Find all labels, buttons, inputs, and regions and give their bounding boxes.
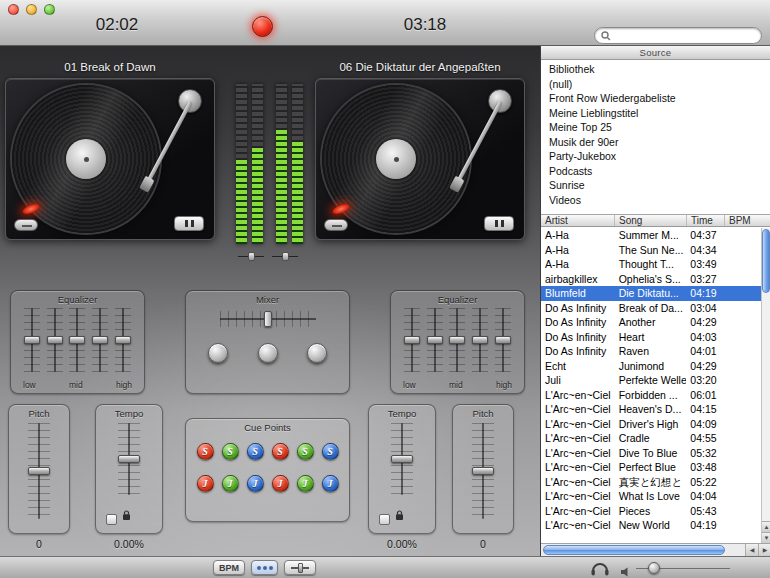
right-gain-mini-slider[interactable] — [272, 252, 298, 261]
source-item[interactable]: Front Row Wiedergabeliste — [541, 91, 770, 106]
cue-set-button[interactable]: S — [222, 443, 239, 460]
cue-jump-button[interactable]: J — [197, 475, 214, 492]
scroll-left-icon[interactable]: ◀ — [745, 544, 758, 556]
eq-slider[interactable] — [69, 308, 85, 372]
table-cell — [724, 243, 761, 258]
cue-jump-button[interactable]: J — [247, 475, 264, 492]
pause-button[interactable] — [174, 216, 204, 231]
table-row[interactable]: L'Arc~en~CielCradle04:55 — [541, 431, 761, 446]
search-field[interactable] — [594, 27, 762, 44]
lock-icon[interactable] — [122, 507, 131, 525]
table-row[interactable]: L'Arc~en~CielNew World04:19 — [541, 518, 761, 533]
table-row[interactable]: BlumfeldDie Diktatu...04:19 — [541, 286, 761, 301]
cue-set-button[interactable]: S — [297, 443, 314, 460]
scroll-right-icon[interactable]: ▶ — [758, 544, 770, 556]
bpm-button[interactable]: BPM — [213, 560, 245, 575]
eq-slider[interactable] — [449, 308, 465, 372]
eq-slider[interactable] — [92, 308, 108, 372]
cue-jump-button[interactable]: J — [322, 475, 339, 492]
source-item[interactable]: Party-Jukebox — [541, 149, 770, 164]
cue-jump-button[interactable]: J — [272, 475, 289, 492]
right-pitch-value: 0 — [452, 538, 514, 550]
table-row[interactable]: L'Arc~en~CielHeaven's D...04:15 — [541, 402, 761, 417]
eq-slider[interactable] — [472, 308, 488, 372]
eq-slider[interactable] — [495, 308, 511, 372]
mixer-knob[interactable] — [307, 343, 327, 363]
source-item[interactable]: (null) — [541, 77, 770, 92]
table-row[interactable]: Do As InfinityHeart04:03 — [541, 330, 761, 345]
table-row[interactable]: L'Arc~en~CielDive To Blue05:32 — [541, 446, 761, 461]
right-pitch-slider[interactable] — [472, 423, 494, 519]
table-row[interactable]: L'Arc~en~CielPieces05:43 — [541, 504, 761, 519]
column-header-song[interactable]: Song — [615, 215, 687, 226]
brake-button[interactable] — [324, 219, 348, 231]
eq-slider[interactable] — [115, 308, 131, 372]
record-button[interactable] — [252, 16, 273, 37]
column-header-bpm[interactable]: BPM — [725, 215, 762, 226]
table-row[interactable]: L'Arc~en~Ciel真実と幻想と05:22 — [541, 475, 761, 490]
eq-slider[interactable] — [24, 308, 40, 372]
left-pitch-slider[interactable] — [28, 423, 50, 519]
mixer-knob[interactable] — [208, 343, 228, 363]
table-cell: Heaven's D... — [615, 402, 687, 417]
headphones-icon[interactable] — [590, 561, 610, 576]
source-item[interactable]: Sunrise — [541, 178, 770, 193]
cue-jump-button[interactable]: J — [297, 475, 314, 492]
mixer-knob[interactable] — [258, 343, 278, 363]
cue-set-button[interactable]: S — [272, 443, 289, 460]
table-row[interactable]: JuliPerfekte Welle03:20 — [541, 373, 761, 388]
search-input[interactable] — [615, 29, 755, 42]
table-row[interactable]: airbagkillexOphelia's S...03:27 — [541, 272, 761, 287]
source-item[interactable]: Podcasts — [541, 164, 770, 179]
right-tempo-slider[interactable] — [391, 423, 413, 495]
eq-slider[interactable] — [47, 308, 63, 372]
column-header-time[interactable]: Time — [687, 215, 725, 226]
left-tempo-slider[interactable] — [118, 423, 140, 495]
table-row[interactable]: L'Arc~en~CielDriver's High04:09 — [541, 417, 761, 432]
minimize-button[interactable] — [26, 4, 37, 15]
brake-button[interactable] — [14, 219, 38, 231]
close-button[interactable] — [8, 4, 19, 15]
table-row[interactable]: Do As InfinityRaven04:01 — [541, 344, 761, 359]
table-row[interactable]: A-HaSummer M...04:37 — [541, 228, 761, 243]
table-cell: 真実と幻想と — [615, 475, 687, 490]
cue-grid: SSSSSSJJJJJJ — [186, 443, 349, 492]
cue-set-button[interactable]: S — [197, 443, 214, 460]
cue-jump-button[interactable]: J — [222, 475, 239, 492]
pause-button[interactable] — [484, 216, 514, 231]
left-gain-mini-slider[interactable] — [238, 252, 264, 261]
horizontal-scrollbar[interactable]: ◀ ▶ — [541, 543, 770, 556]
cue-set-button[interactable]: S — [247, 443, 264, 460]
crossfader[interactable] — [220, 311, 316, 327]
cue-set-button[interactable]: S — [322, 443, 339, 460]
vertical-scrollbar[interactable]: ▲ ▼ — [761, 228, 770, 543]
tempo-reset-button[interactable] — [379, 514, 390, 525]
vu-column — [292, 84, 303, 244]
volume-slider-thumb[interactable] — [648, 562, 660, 574]
lock-icon[interactable] — [395, 507, 404, 525]
scroll-down-icon[interactable]: ▼ — [762, 532, 770, 543]
source-item[interactable]: Bibliothek — [541, 62, 770, 77]
cue-dots-button[interactable] — [251, 560, 278, 575]
source-item[interactable]: Videos — [541, 193, 770, 208]
table-row[interactable]: Do As InfinityBreak of Da...03:04 — [541, 301, 761, 316]
zoom-button[interactable] — [44, 4, 55, 15]
table-row[interactable]: Do As InfinityAnother04:29 — [541, 315, 761, 330]
vertical-scrollbar-thumb[interactable] — [762, 229, 770, 293]
scroll-up-icon[interactable]: ▲ — [762, 521, 770, 532]
source-item[interactable]: Meine Lieblingstitel — [541, 106, 770, 121]
column-header-artist[interactable]: Artist — [541, 215, 615, 226]
source-item[interactable]: Meine Top 25 — [541, 120, 770, 135]
table-row[interactable]: L'Arc~en~CielWhat Is Love04:04 — [541, 489, 761, 504]
table-row[interactable]: A-HaThe Sun Ne...04:34 — [541, 243, 761, 258]
eq-slider[interactable] — [404, 308, 420, 372]
table-row[interactable]: L'Arc~en~CielPerfect Blue03:48 — [541, 460, 761, 475]
source-item[interactable]: Musik der 90er — [541, 135, 770, 150]
table-row[interactable]: L'Arc~en~CielForbidden ...06:01 — [541, 388, 761, 403]
table-row[interactable]: EchtJunimond04:29 — [541, 359, 761, 374]
tempo-reset-button[interactable] — [106, 514, 117, 525]
eq-slider[interactable] — [427, 308, 443, 372]
crossfader-view-button[interactable] — [284, 560, 316, 575]
table-row[interactable]: A-HaThought T...03:49 — [541, 257, 761, 272]
horizontal-scrollbar-thumb[interactable] — [543, 545, 725, 555]
